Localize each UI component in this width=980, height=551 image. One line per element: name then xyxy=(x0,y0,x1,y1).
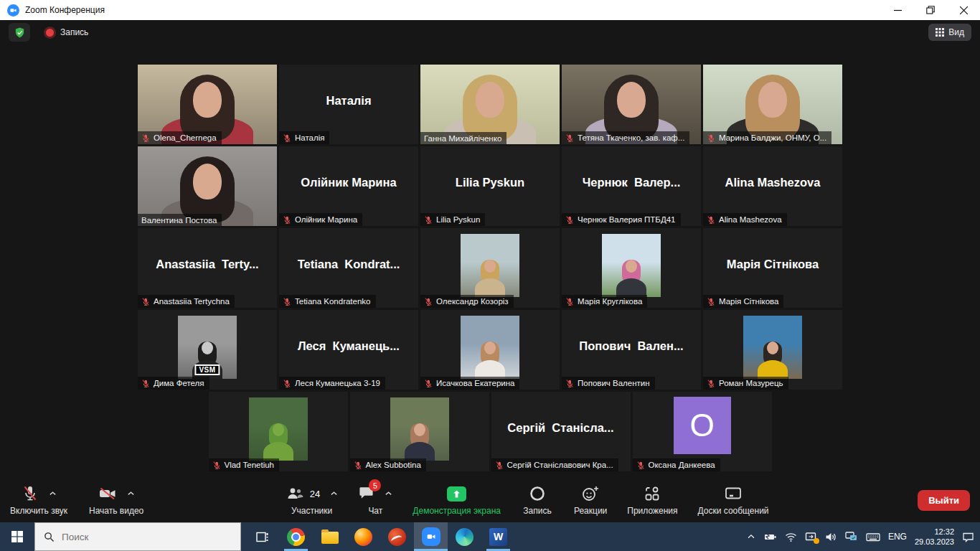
participant-tile[interactable]: Марія СітніковаМарія Сітнікова xyxy=(703,228,842,308)
participant-tile[interactable]: Vlad Tenetiuh xyxy=(209,392,348,471)
participant-tile[interactable]: Alina MashezovaAlina Mashezova xyxy=(703,146,842,226)
participant-tile[interactable]: Сергій Станісла...Сергій Станіславович К… xyxy=(491,392,631,471)
participant-name-label: Олійник Марина xyxy=(279,213,362,226)
participant-name-label: Марія Круглікова xyxy=(562,295,647,308)
display-devices-icon[interactable] xyxy=(845,531,858,542)
participant-tile[interactable]: Тетяна Ткаченко, зав. каф... xyxy=(562,65,701,144)
participant-tile[interactable]: Lilia PyskunLilia Pyskun xyxy=(420,146,560,226)
participant-avatar-photo xyxy=(390,397,449,461)
muted-mic-icon xyxy=(141,379,150,388)
participant-tile[interactable]: Olena_Chernega xyxy=(138,65,277,144)
participant-tile[interactable]: Tetiana Kondrat...Tetiana Kondratenko xyxy=(279,228,418,308)
participant-tile[interactable]: Anastasiia Terty...Anastasiia Tertychna xyxy=(138,228,277,308)
cast-status-icon[interactable] xyxy=(805,532,817,542)
taskbar-clock[interactable]: 12:32 29.03.2023 xyxy=(915,527,954,547)
share-screen-icon xyxy=(447,486,466,501)
muted-mic-icon xyxy=(707,379,715,388)
participant-tile[interactable]: Марія Круглікова xyxy=(562,228,701,308)
chevron-up-icon[interactable] xyxy=(127,491,135,496)
participant-name-text: Тетяна Ткаченко, зав. каф... xyxy=(578,133,684,142)
participant-name-label: Чернюк Валерия ПТБД41 xyxy=(562,213,681,226)
chevron-up-icon[interactable] xyxy=(385,491,392,496)
participant-name-label: Наталія xyxy=(279,131,329,144)
participant-name-text: Исачкова Екатерина xyxy=(436,379,514,387)
taskbar-edge-button[interactable] xyxy=(448,522,481,551)
apps-button[interactable]: Приложения xyxy=(627,484,677,516)
participant-name-label: Леся Куманецька 3-19 xyxy=(279,377,385,390)
chat-unread-badge: 5 xyxy=(369,479,381,491)
unmute-button[interactable]: Включить звук xyxy=(10,484,67,516)
participant-avatar-photo xyxy=(461,316,519,379)
taskbar-ccleaner-button[interactable] xyxy=(380,522,414,551)
meeting-info-bar: Запись Вид xyxy=(0,20,980,44)
leave-button[interactable]: Выйти xyxy=(918,490,970,511)
participant-tile[interactable]: Alex Subbotina xyxy=(350,392,489,471)
participant-display-name: Марія Сітнікова xyxy=(703,228,842,301)
participant-name-label: Роман Мазурець xyxy=(703,377,788,390)
record-label: Запись xyxy=(523,506,551,516)
participant-name-text: Дима Фетеля xyxy=(154,379,204,387)
battery-icon[interactable] xyxy=(764,531,777,542)
participant-name-label: Тетяна Ткаченко, зав. каф... xyxy=(562,131,689,144)
participant-tile[interactable]: Олександр Козоріз xyxy=(420,228,560,308)
participant-tile[interactable]: OОксана Данкеева xyxy=(633,392,772,471)
chat-button[interactable]: 5 Чат xyxy=(358,484,392,516)
close-button[interactable] xyxy=(947,0,980,20)
record-button[interactable]: Запись xyxy=(521,484,554,516)
participant-name-text: Ганна Михайліченко xyxy=(424,134,501,143)
language-indicator[interactable]: ENG xyxy=(888,532,907,542)
participant-tile[interactable]: Леся Куманець...Леся Куманецька 3-19 xyxy=(279,310,418,390)
tray-chevron-up-icon[interactable] xyxy=(746,532,756,542)
participant-tile[interactable]: Марина Балджи, ОНМУ, О... xyxy=(703,65,842,144)
participant-name-text: Олійник Марина xyxy=(295,215,357,224)
share-screen-button[interactable]: Демонстрация экрана xyxy=(413,484,501,516)
restore-button[interactable] xyxy=(914,0,947,20)
participant-tile[interactable]: Олійник МаринаОлійник Марина xyxy=(279,146,418,226)
participant-name-text: Попович Валентин xyxy=(578,379,650,387)
taskbar-word-button[interactable]: W xyxy=(481,522,515,551)
recording-label: Запись xyxy=(60,27,88,37)
muted-mic-icon xyxy=(636,461,645,470)
participants-button[interactable]: 24 Участники xyxy=(286,484,338,516)
action-center-icon[interactable] xyxy=(962,532,974,542)
participant-avatar-photo xyxy=(249,397,308,461)
start-video-button[interactable]: Начать видео xyxy=(89,484,143,516)
taskbar-chrome-button[interactable] xyxy=(279,522,313,551)
whiteboards-button[interactable]: Доски сообщений xyxy=(698,484,769,516)
firefox-icon xyxy=(354,528,372,546)
start-button[interactable] xyxy=(0,522,34,551)
taskbar-firefox-button[interactable] xyxy=(347,522,380,551)
security-shield-icon[interactable] xyxy=(9,23,30,42)
participant-tile[interactable]: Попович Вален...Попович Валентин xyxy=(562,310,701,390)
taskbar-task-view-button[interactable] xyxy=(245,522,279,551)
view-button[interactable]: Вид xyxy=(928,24,971,41)
participant-tile[interactable]: Исачкова Екатерина xyxy=(420,310,560,390)
word-icon: W xyxy=(489,528,507,546)
chat-label: Чат xyxy=(368,506,382,516)
recording-indicator[interactable]: Запись xyxy=(46,27,88,37)
search-icon xyxy=(44,532,55,542)
chevron-up-icon[interactable] xyxy=(330,491,338,496)
participant-tile[interactable]: Роман Мазурець xyxy=(703,310,842,390)
participant-display-name: Tetiana Kondrat... xyxy=(279,228,418,301)
volume-icon[interactable] xyxy=(825,532,837,542)
taskbar-search[interactable] xyxy=(34,522,241,551)
participant-tile[interactable]: Ганна Михайліченко xyxy=(420,65,560,144)
participant-name-label: Ганна Михайліченко xyxy=(420,132,507,144)
keyboard-icon[interactable] xyxy=(866,532,880,542)
participant-tile[interactable]: НаталіяНаталія xyxy=(279,65,418,144)
participant-tile[interactable]: VSMДима Фетеля xyxy=(138,310,277,390)
minimize-button[interactable] xyxy=(881,0,914,20)
taskbar-zoom-button[interactable] xyxy=(414,522,448,551)
chevron-up-icon[interactable] xyxy=(49,491,57,496)
wifi-icon[interactable] xyxy=(785,532,797,542)
participants-icon xyxy=(286,485,304,502)
participant-name-text: Марина Балджи, ОНМУ, О... xyxy=(719,133,826,142)
taskbar-file-explorer-button[interactable] xyxy=(313,522,347,551)
participant-tile[interactable]: Валентина Постова xyxy=(138,146,277,226)
system-tray: ENG 12:32 29.03.2023 xyxy=(746,522,980,551)
participant-tile[interactable]: Чернюк Валер...Чернюк Валерия ПТБД41 xyxy=(562,146,701,226)
reactions-button[interactable]: Реакции xyxy=(574,484,607,516)
search-input[interactable] xyxy=(62,532,205,542)
muted-mic-icon xyxy=(565,215,574,225)
